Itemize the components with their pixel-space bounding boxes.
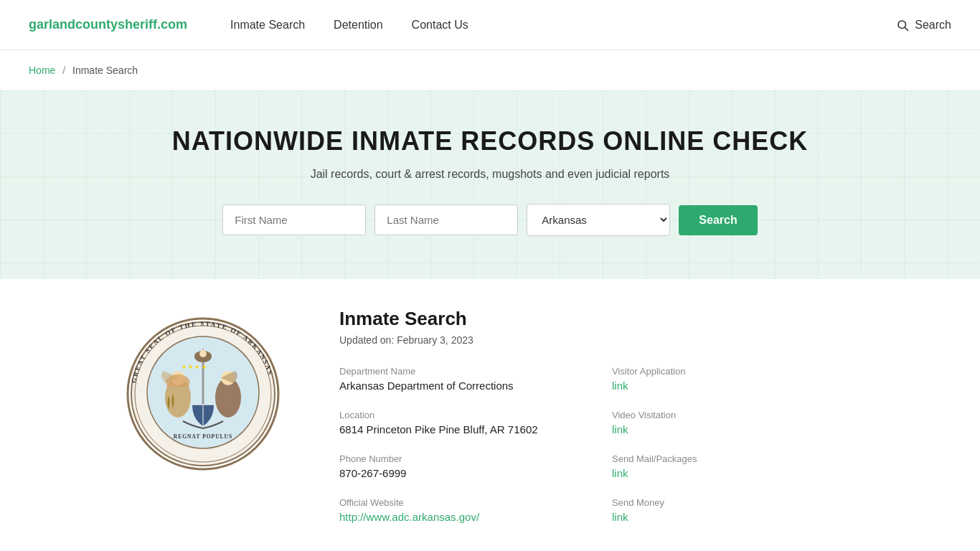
website-field: Official Website http://www.adc.arkansas… (339, 497, 583, 524)
info-grid: Department Name Arkansas Department of C… (339, 366, 856, 524)
send-mail-field: Send Mail/Packages link (612, 453, 856, 480)
video-visitation-field: Video Visitation link (612, 410, 856, 436)
breadcrumb-current: Inmate Search (72, 65, 138, 76)
breadcrumb-separator: / (62, 65, 65, 76)
first-name-input[interactable] (222, 204, 366, 235)
send-money-link[interactable]: link (612, 511, 628, 523)
state-select[interactable]: ArkansasAlabamaAlaskaArizonaCaliforniaCo… (527, 204, 670, 236)
send-money-label: Send Money (612, 497, 856, 508)
location-value: 6814 Princeton Pike Pine Bluff, AR 71602 (339, 423, 583, 435)
main-nav: Inmate Search Detention Contact Us (230, 19, 896, 32)
video-visitation-label: Video Visitation (612, 410, 856, 420)
video-visitation-link[interactable]: link (612, 423, 628, 435)
visitor-app-link[interactable]: link (612, 380, 628, 392)
hero-section: NATIONWIDE INMATE RECORDS ONLINE CHECK J… (0, 90, 980, 279)
hero-title: NATIONWIDE INMATE RECORDS ONLINE CHECK (29, 126, 951, 156)
visitor-app-label: Visitor Application (612, 366, 856, 377)
location-label: Location (339, 410, 583, 420)
breadcrumb: Home / Inmate Search (0, 50, 980, 90)
search-icon (896, 19, 909, 32)
nav-detention[interactable]: Detention (334, 19, 383, 32)
phone-label: Phone Number (339, 453, 583, 464)
location-field: Location 6814 Princeton Pike Pine Bluff,… (339, 410, 583, 436)
last-name-input[interactable] (374, 204, 518, 235)
updated-date: Updated on: February 3, 2023 (339, 334, 856, 346)
site-header: garlandcountysheriff.com Inmate Search D… (0, 0, 980, 50)
send-mail-label: Send Mail/Packages (612, 453, 856, 464)
main-content: GREAT SEAL OF THE STATE OF ARKANSAS (95, 279, 885, 551)
header-search-label: Search (915, 19, 951, 32)
hero-search-form: ArkansasAlabamaAlaskaArizonaCaliforniaCo… (29, 204, 951, 236)
nav-inmate-search[interactable]: Inmate Search (230, 19, 305, 32)
department-name-value: Arkansas Department of Corrections (339, 380, 583, 392)
header-search-button[interactable]: Search (896, 19, 951, 32)
site-logo[interactable]: garlandcountysheriff.com (29, 17, 187, 32)
hero-subtitle: Jail records, court & arrest records, mu… (29, 168, 951, 181)
send-money-field: Send Money link (612, 497, 856, 524)
svg-point-0 (898, 21, 906, 29)
website-label: Official Website (339, 497, 583, 508)
visitor-app-field: Visitor Application link (612, 366, 856, 392)
department-name-label: Department Name (339, 366, 583, 377)
seal-image: GREAT SEAL OF THE STATE OF ARKANSAS (124, 315, 282, 473)
phone-value: 870-267-6999 (339, 467, 583, 479)
department-name-field: Department Name Arkansas Department of C… (339, 366, 583, 392)
phone-field: Phone Number 870-267-6999 (339, 453, 583, 480)
nav-contact-us[interactable]: Contact Us (412, 19, 468, 32)
breadcrumb-home[interactable]: Home (29, 65, 55, 76)
search-button[interactable]: Search (679, 205, 757, 235)
info-panel: Inmate Search Updated on: February 3, 20… (339, 308, 856, 524)
svg-text:REGNAT POPULUS: REGNAT POPULUS (174, 433, 232, 440)
inmate-search-title: Inmate Search (339, 308, 856, 330)
svg-point-15 (199, 350, 207, 357)
svg-line-1 (905, 27, 908, 30)
state-seal-area: GREAT SEAL OF THE STATE OF ARKANSAS (124, 308, 296, 524)
website-link[interactable]: http://www.adc.arkansas.gov/ (339, 511, 479, 523)
send-mail-link[interactable]: link (612, 467, 628, 479)
state-seal: GREAT SEAL OF THE STATE OF ARKANSAS (124, 315, 282, 473)
svg-text:★ ★ ★ ★: ★ ★ ★ ★ (182, 364, 207, 370)
